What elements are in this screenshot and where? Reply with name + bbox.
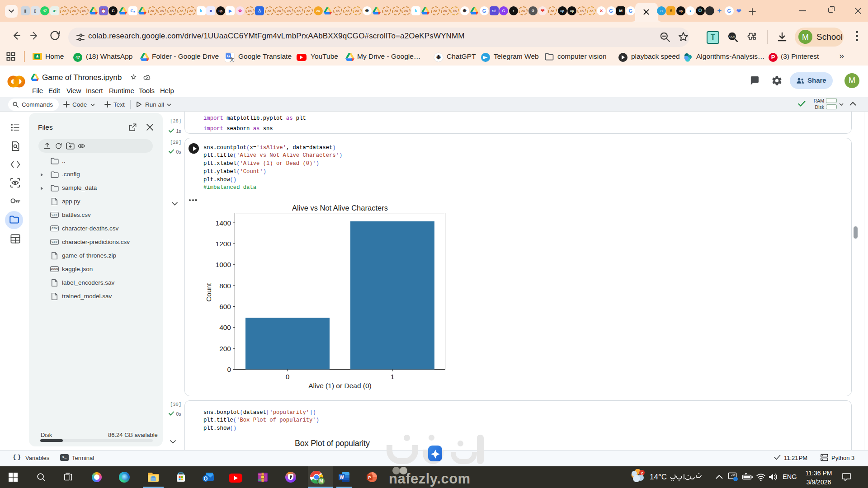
svg-text:Count: Count — [205, 283, 212, 302]
svg-text:0: 0 — [227, 366, 231, 373]
svg-text:800: 800 — [219, 282, 231, 290]
svg-text:1: 1 — [391, 373, 395, 380]
svg-text:2: 2 — [641, 471, 643, 475]
svg-text:1400: 1400 — [216, 219, 231, 227]
svg-text:Alive (1) or Dead (0): Alive (1) or Dead (0) — [308, 382, 372, 389]
svg-text:W: W — [340, 475, 344, 480]
svg-text:600: 600 — [219, 303, 231, 310]
svg-text:P: P — [368, 475, 371, 480]
svg-text:OCR: OCR — [729, 35, 735, 38]
svg-text:Alive vs Not Alive Characters: Alive vs Not Alive Characters — [292, 204, 388, 212]
svg-text:0: 0 — [286, 373, 290, 380]
svg-text:400: 400 — [219, 324, 231, 331]
svg-text:200: 200 — [219, 345, 231, 352]
svg-text:1000: 1000 — [216, 261, 231, 268]
svg-text:1200: 1200 — [216, 240, 231, 248]
